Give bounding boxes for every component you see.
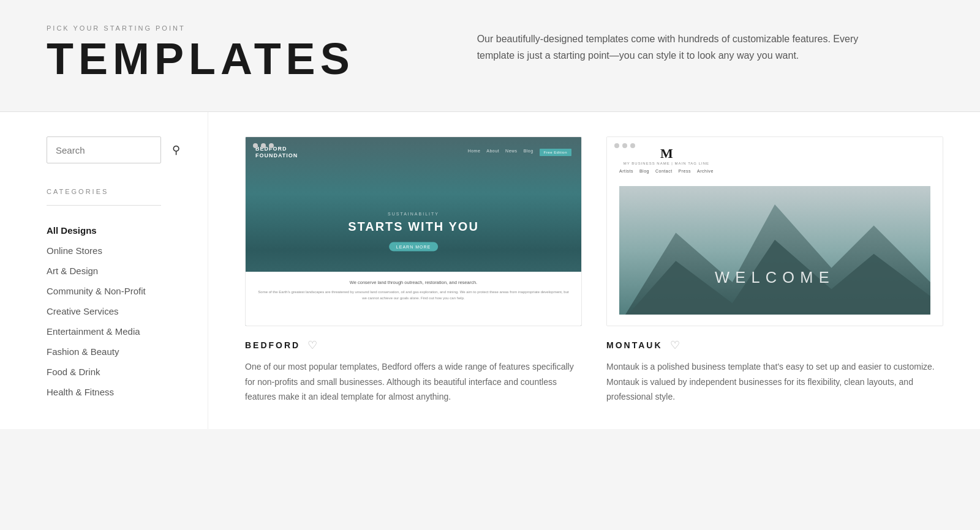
bedford-body: Some of the Earth's greatest landscapes … <box>258 289 569 301</box>
category-entertainment-media[interactable]: Entertainment & Media <box>47 321 161 342</box>
bedford-nav: Bedford Foundation Home About News Blog … <box>246 146 581 159</box>
montauk-name-row: MONTAUK ♡ <box>606 338 943 352</box>
montauk-archive: Archive <box>697 169 714 173</box>
bedford-hero-small: Sustainability <box>348 212 479 216</box>
header-subtitle: Pick Your Starting Point <box>47 24 355 32</box>
header-title: TEMPLATES <box>47 37 355 81</box>
header-description: Our beautifully-designed templates come … <box>477 24 881 64</box>
category-health-fitness[interactable]: Health & Fitness <box>47 382 161 402</box>
dot-3 <box>630 143 635 148</box>
main-content: ⚲ CATEGORIES All Designs Online Stores A… <box>0 112 980 429</box>
dot-1 <box>614 143 619 148</box>
search-input[interactable] <box>56 145 172 155</box>
browser-dots-bedford <box>253 143 274 148</box>
category-community-nonprofit[interactable]: Community & Non-Profit <box>47 281 161 301</box>
montauk-favorite-icon[interactable]: ♡ <box>670 338 680 352</box>
bedford-nav-blog: Blog <box>524 149 533 156</box>
dot-1 <box>253 143 258 148</box>
montauk-info: MONTAUK ♡ Montauk is a polished business… <box>606 326 943 405</box>
bedford-preview[interactable]: Bedford Foundation Home About News Blog … <box>245 136 582 326</box>
montauk-bg: M My Business Name | Main Tag Line Artis… <box>607 137 943 326</box>
bedford-name-row: BEDFORD ♡ <box>245 338 582 352</box>
header-left: Pick Your Starting Point TEMPLATES <box>47 24 355 81</box>
bedford-hero-cta: LEARN MORE <box>389 242 438 252</box>
montauk-svg: WELCOME <box>619 186 930 315</box>
dot-2 <box>261 143 266 148</box>
bedford-info: BEDFORD ♡ One of our most popular templa… <box>245 326 582 405</box>
bedford-hero: Sustainability STARTS WITH YOU LEARN MOR… <box>348 212 479 252</box>
montauk-tagline: My Business Name | Main Tag Line <box>619 162 714 165</box>
bedford-bg: Bedford Foundation Home About News Blog … <box>246 137 581 326</box>
bedford-description: One of our most popular templates, Bedfo… <box>245 359 582 405</box>
category-fashion-beauty[interactable]: Fashion & Beauty <box>47 342 161 362</box>
montauk-links: Artists Blog Contact Press Archive <box>619 169 714 173</box>
bedford-name: BEDFORD <box>245 340 300 350</box>
bedford-nav-cta: Free Edition <box>540 149 571 156</box>
montauk-nav: M My Business Name | Main Tag Line Artis… <box>607 146 943 173</box>
template-card-bedford: Bedford Foundation Home About News Blog … <box>245 136 582 405</box>
bedford-hero-main: STARTS WITH YOU <box>348 220 479 234</box>
bedford-nav-links: Home About News Blog Free Edition <box>468 149 571 156</box>
template-card-montauk: M My Business Name | Main Tag Line Artis… <box>606 136 943 405</box>
category-list: All Designs Online Stores Art & Design C… <box>47 220 161 402</box>
montauk-preview[interactable]: M My Business Name | Main Tag Line Artis… <box>606 136 943 326</box>
page-header: Pick Your Starting Point TEMPLATES Our b… <box>0 0 980 112</box>
category-food-drink[interactable]: Food & Drink <box>47 362 161 382</box>
categories-label: CATEGORIES <box>47 188 161 195</box>
sidebar: ⚲ CATEGORIES All Designs Online Stores A… <box>0 112 208 429</box>
montauk-press: Press <box>679 169 691 173</box>
bedford-quote: We conserve land through outreach, resto… <box>258 279 569 286</box>
bedford-nav-about: About <box>486 149 499 156</box>
bedford-nav-home: Home <box>468 149 481 156</box>
search-box[interactable]: ⚲ <box>47 136 161 163</box>
template-grid: Bedford Foundation Home About News Blog … <box>208 112 980 429</box>
svg-text:WELCOME: WELCOME <box>715 269 835 286</box>
category-art-design[interactable]: Art & Design <box>47 261 161 281</box>
category-creative-services[interactable]: Creative Services <box>47 301 161 321</box>
montauk-artists: Artists <box>619 169 633 173</box>
montauk-description: Montauk is a polished business template … <box>606 359 943 405</box>
bedford-nav-news: News <box>505 149 518 156</box>
category-online-stores[interactable]: Online Stores <box>47 241 161 261</box>
bedford-bottom: We conserve land through outreach, resto… <box>246 272 581 326</box>
dot-3 <box>269 143 274 148</box>
search-icon[interactable]: ⚲ <box>172 143 180 157</box>
browser-dots-montauk <box>614 143 635 148</box>
bedford-favorite-icon[interactable]: ♡ <box>307 338 317 352</box>
montauk-logo-area: M My Business Name | Main Tag Line Artis… <box>619 146 714 173</box>
montauk-name: MONTAUK <box>606 340 663 350</box>
montauk-hero-image: WELCOME <box>619 186 930 315</box>
dot-2 <box>622 143 627 148</box>
category-all-designs[interactable]: All Designs <box>47 220 161 241</box>
montauk-contact: Contact <box>655 169 673 173</box>
categories-divider <box>47 205 161 206</box>
montauk-blog: Blog <box>639 169 649 173</box>
